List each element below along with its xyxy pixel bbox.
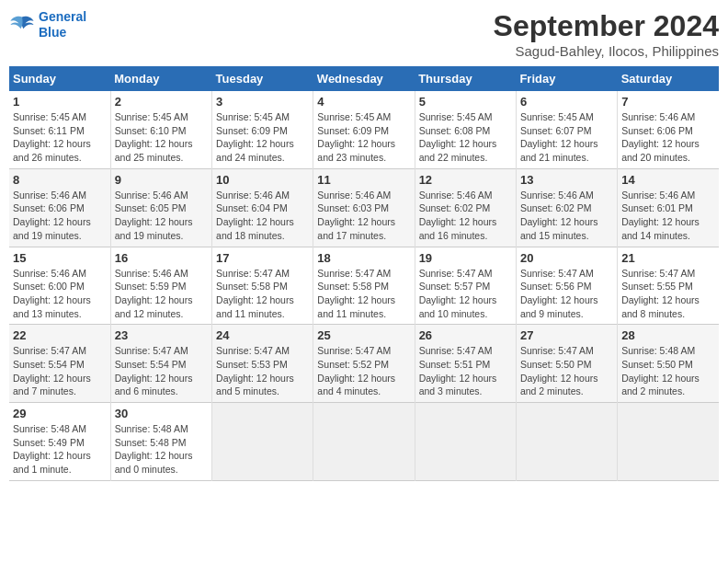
day-number: 25 <box>317 328 410 342</box>
day-number: 28 <box>621 328 715 342</box>
calendar-cell: 18 Sunrise: 5:47 AM Sunset: 5:58 PM Dayl… <box>313 247 415 325</box>
calendar-cell: 26 Sunrise: 5:47 AM Sunset: 5:51 PM Dayl… <box>415 325 516 403</box>
calendar-cell: 17 Sunrise: 5:47 AM Sunset: 5:58 PM Dayl… <box>212 247 313 325</box>
header-tuesday: Tuesday <box>212 66 313 91</box>
day-info: Sunrise: 5:46 AM Sunset: 6:02 PM Dayligh… <box>419 189 512 243</box>
calendar-cell: 14 Sunrise: 5:46 AM Sunset: 6:01 PM Dayl… <box>618 168 719 247</box>
day-number: 9 <box>115 173 208 187</box>
day-number: 21 <box>621 251 715 265</box>
day-info: Sunrise: 5:48 AM Sunset: 5:50 PM Dayligh… <box>621 344 715 398</box>
day-number: 10 <box>216 173 309 187</box>
calendar-cell <box>313 403 415 481</box>
calendar-cell: 13 Sunrise: 5:46 AM Sunset: 6:02 PM Dayl… <box>516 168 617 247</box>
calendar-cell: 5 Sunrise: 5:45 AM Sunset: 6:08 PM Dayli… <box>415 91 516 168</box>
day-info: Sunrise: 5:47 AM Sunset: 5:55 PM Dayligh… <box>621 267 715 321</box>
calendar-cell: 21 Sunrise: 5:47 AM Sunset: 5:55 PM Dayl… <box>618 247 719 325</box>
title-block: September 2024 Sagud-Bahley, Ilocos, Phi… <box>494 9 719 59</box>
calendar-cell: 11 Sunrise: 5:46 AM Sunset: 6:03 PM Dayl… <box>313 168 415 247</box>
page-header: General Blue September 2024 Sagud-Bahley… <box>9 9 719 59</box>
calendar-cell: 23 Sunrise: 5:47 AM Sunset: 5:54 PM Dayl… <box>110 325 211 403</box>
header-monday: Monday <box>110 66 211 91</box>
day-number: 14 <box>621 173 715 187</box>
day-number: 7 <box>621 95 715 109</box>
calendar-cell: 25 Sunrise: 5:47 AM Sunset: 5:52 PM Dayl… <box>313 325 415 403</box>
calendar-cell: 12 Sunrise: 5:46 AM Sunset: 6:02 PM Dayl… <box>415 168 516 247</box>
day-number: 16 <box>115 251 208 265</box>
day-number: 5 <box>419 95 512 109</box>
calendar-cell <box>618 403 719 481</box>
day-info: Sunrise: 5:46 AM Sunset: 5:59 PM Dayligh… <box>115 267 208 321</box>
header-sunday: Sunday <box>9 66 110 91</box>
calendar-cell <box>516 403 617 481</box>
day-number: 19 <box>419 251 512 265</box>
day-number: 27 <box>520 328 613 342</box>
day-info: Sunrise: 5:46 AM Sunset: 6:02 PM Dayligh… <box>520 189 613 243</box>
day-info: Sunrise: 5:46 AM Sunset: 6:01 PM Dayligh… <box>621 189 715 243</box>
day-info: Sunrise: 5:46 AM Sunset: 6:00 PM Dayligh… <box>13 267 107 321</box>
calendar-cell: 29 Sunrise: 5:48 AM Sunset: 5:49 PM Dayl… <box>9 403 110 481</box>
day-info: Sunrise: 5:45 AM Sunset: 6:09 PM Dayligh… <box>216 110 309 165</box>
calendar-week-2: 8 Sunrise: 5:46 AM Sunset: 6:06 PM Dayli… <box>9 168 719 247</box>
day-number: 30 <box>115 407 208 420</box>
day-number: 24 <box>216 328 309 342</box>
header-row: Sunday Monday Tuesday Wednesday Thursday… <box>9 66 719 91</box>
calendar-cell: 24 Sunrise: 5:47 AM Sunset: 5:53 PM Dayl… <box>212 325 313 403</box>
calendar-week-4: 22 Sunrise: 5:47 AM Sunset: 5:54 PM Dayl… <box>9 325 719 403</box>
calendar-cell: 1 Sunrise: 5:45 AM Sunset: 6:11 PM Dayli… <box>9 91 110 168</box>
day-number: 8 <box>13 173 107 187</box>
day-number: 26 <box>419 328 512 342</box>
day-number: 4 <box>317 95 410 109</box>
day-number: 23 <box>115 328 208 342</box>
logo: General Blue <box>9 9 86 40</box>
calendar-cell: 6 Sunrise: 5:45 AM Sunset: 6:07 PM Dayli… <box>516 91 617 168</box>
logo-icon <box>9 12 35 38</box>
day-info: Sunrise: 5:47 AM Sunset: 5:57 PM Dayligh… <box>419 267 512 321</box>
day-info: Sunrise: 5:45 AM Sunset: 6:11 PM Dayligh… <box>13 110 107 165</box>
day-info: Sunrise: 5:47 AM Sunset: 5:54 PM Dayligh… <box>115 344 208 398</box>
calendar-cell: 16 Sunrise: 5:46 AM Sunset: 5:59 PM Dayl… <box>110 247 211 325</box>
day-info: Sunrise: 5:46 AM Sunset: 6:04 PM Dayligh… <box>216 189 309 243</box>
calendar-table: Sunday Monday Tuesday Wednesday Thursday… <box>9 66 719 481</box>
day-info: Sunrise: 5:47 AM Sunset: 5:58 PM Dayligh… <box>317 267 410 321</box>
calendar-week-3: 15 Sunrise: 5:46 AM Sunset: 6:00 PM Dayl… <box>9 247 719 325</box>
day-info: Sunrise: 5:46 AM Sunset: 6:05 PM Dayligh… <box>115 189 208 243</box>
calendar-cell: 27 Sunrise: 5:47 AM Sunset: 5:50 PM Dayl… <box>516 325 617 403</box>
page-subtitle: Sagud-Bahley, Ilocos, Philippines <box>494 43 719 59</box>
calendar-cell: 7 Sunrise: 5:46 AM Sunset: 6:06 PM Dayli… <box>618 91 719 168</box>
header-wednesday: Wednesday <box>313 66 415 91</box>
day-number: 22 <box>13 328 107 342</box>
calendar-cell: 15 Sunrise: 5:46 AM Sunset: 6:00 PM Dayl… <box>9 247 110 325</box>
day-info: Sunrise: 5:47 AM Sunset: 5:51 PM Dayligh… <box>419 344 512 398</box>
calendar-cell <box>212 403 313 481</box>
day-info: Sunrise: 5:45 AM Sunset: 6:09 PM Dayligh… <box>317 110 410 165</box>
day-info: Sunrise: 5:45 AM Sunset: 6:08 PM Dayligh… <box>419 110 512 165</box>
calendar-cell: 28 Sunrise: 5:48 AM Sunset: 5:50 PM Dayl… <box>618 325 719 403</box>
calendar-cell: 19 Sunrise: 5:47 AM Sunset: 5:57 PM Dayl… <box>415 247 516 325</box>
day-info: Sunrise: 5:47 AM Sunset: 5:52 PM Dayligh… <box>317 344 410 398</box>
calendar-cell: 3 Sunrise: 5:45 AM Sunset: 6:09 PM Dayli… <box>212 91 313 168</box>
calendar-cell: 20 Sunrise: 5:47 AM Sunset: 5:56 PM Dayl… <box>516 247 617 325</box>
calendar-cell: 8 Sunrise: 5:46 AM Sunset: 6:06 PM Dayli… <box>9 168 110 247</box>
logo-text: General Blue <box>39 9 86 40</box>
day-info: Sunrise: 5:45 AM Sunset: 6:10 PM Dayligh… <box>115 110 208 165</box>
day-info: Sunrise: 5:48 AM Sunset: 5:48 PM Dayligh… <box>115 422 208 477</box>
day-number: 18 <box>317 251 410 265</box>
day-number: 6 <box>520 95 613 109</box>
day-number: 20 <box>520 251 613 265</box>
calendar-cell: 9 Sunrise: 5:46 AM Sunset: 6:05 PM Dayli… <box>110 168 211 247</box>
day-number: 17 <box>216 251 309 265</box>
header-thursday: Thursday <box>415 66 516 91</box>
day-number: 3 <box>216 95 309 109</box>
day-number: 12 <box>419 173 512 187</box>
page-title: September 2024 <box>494 9 719 43</box>
calendar-week-5: 29 Sunrise: 5:48 AM Sunset: 5:49 PM Dayl… <box>9 403 719 481</box>
day-info: Sunrise: 5:47 AM Sunset: 5:54 PM Dayligh… <box>13 344 107 398</box>
calendar-cell <box>415 403 516 481</box>
day-number: 13 <box>520 173 613 187</box>
day-number: 1 <box>13 95 107 109</box>
calendar-cell: 30 Sunrise: 5:48 AM Sunset: 5:48 PM Dayl… <box>110 403 211 481</box>
header-saturday: Saturday <box>618 66 719 91</box>
day-info: Sunrise: 5:47 AM Sunset: 5:50 PM Dayligh… <box>520 344 613 398</box>
day-info: Sunrise: 5:46 AM Sunset: 6:06 PM Dayligh… <box>13 189 107 243</box>
day-info: Sunrise: 5:48 AM Sunset: 5:49 PM Dayligh… <box>13 422 107 477</box>
